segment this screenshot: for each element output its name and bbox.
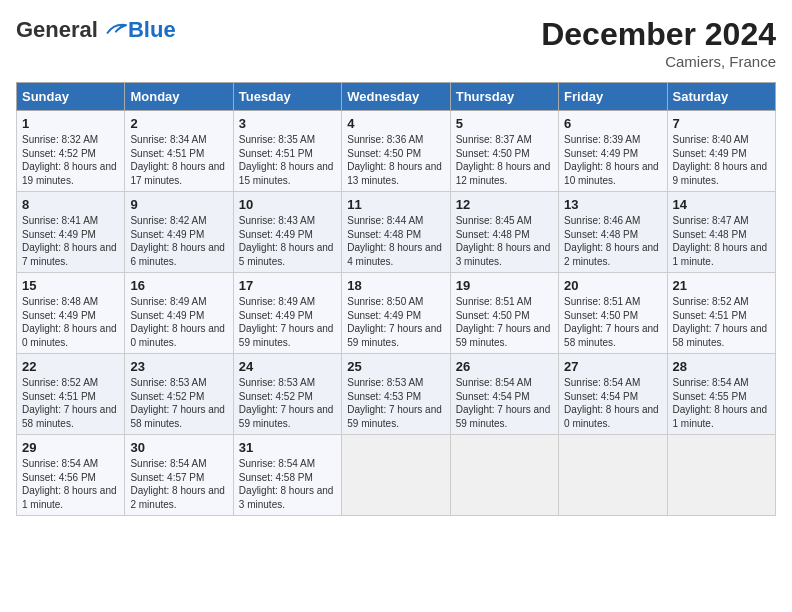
calendar-cell: 24Sunrise: 8:53 AMSunset: 4:52 PMDayligh… (233, 354, 341, 435)
cell-details: Sunrise: 8:54 AMSunset: 4:55 PMDaylight:… (673, 376, 770, 430)
calendar-cell: 16Sunrise: 8:49 AMSunset: 4:49 PMDayligh… (125, 273, 233, 354)
day-number: 5 (456, 116, 553, 131)
calendar-cell: 1Sunrise: 8:32 AMSunset: 4:52 PMDaylight… (17, 111, 125, 192)
day-number: 7 (673, 116, 770, 131)
day-number: 15 (22, 278, 119, 293)
logo-general-text: General (16, 17, 98, 43)
calendar-cell: 8Sunrise: 8:41 AMSunset: 4:49 PMDaylight… (17, 192, 125, 273)
cell-details: Sunrise: 8:45 AMSunset: 4:48 PMDaylight:… (456, 214, 553, 268)
cell-details: Sunrise: 8:35 AMSunset: 4:51 PMDaylight:… (239, 133, 336, 187)
cell-details: Sunrise: 8:40 AMSunset: 4:49 PMDaylight:… (673, 133, 770, 187)
day-number: 23 (130, 359, 227, 374)
day-number: 4 (347, 116, 444, 131)
cell-details: Sunrise: 8:42 AMSunset: 4:49 PMDaylight:… (130, 214, 227, 268)
calendar-cell (342, 435, 450, 516)
calendar-cell: 15Sunrise: 8:48 AMSunset: 4:49 PMDayligh… (17, 273, 125, 354)
day-number: 13 (564, 197, 661, 212)
calendar-cell: 28Sunrise: 8:54 AMSunset: 4:55 PMDayligh… (667, 354, 775, 435)
calendar-header-row: SundayMondayTuesdayWednesdayThursdayFrid… (17, 83, 776, 111)
location: Camiers, France (541, 53, 776, 70)
calendar-cell: 3Sunrise: 8:35 AMSunset: 4:51 PMDaylight… (233, 111, 341, 192)
cell-details: Sunrise: 8:48 AMSunset: 4:49 PMDaylight:… (22, 295, 119, 349)
cell-details: Sunrise: 8:44 AMSunset: 4:48 PMDaylight:… (347, 214, 444, 268)
calendar-cell: 25Sunrise: 8:53 AMSunset: 4:53 PMDayligh… (342, 354, 450, 435)
cell-details: Sunrise: 8:53 AMSunset: 4:52 PMDaylight:… (130, 376, 227, 430)
day-number: 28 (673, 359, 770, 374)
header-wednesday: Wednesday (342, 83, 450, 111)
day-number: 20 (564, 278, 661, 293)
logo: General Blue (16, 16, 176, 44)
calendar-cell (450, 435, 558, 516)
cell-details: Sunrise: 8:49 AMSunset: 4:49 PMDaylight:… (130, 295, 227, 349)
calendar-cell: 29Sunrise: 8:54 AMSunset: 4:56 PMDayligh… (17, 435, 125, 516)
calendar-table: SundayMondayTuesdayWednesdayThursdayFrid… (16, 82, 776, 516)
calendar-cell: 9Sunrise: 8:42 AMSunset: 4:49 PMDaylight… (125, 192, 233, 273)
calendar-cell (667, 435, 775, 516)
title-block: December 2024 Camiers, France (541, 16, 776, 70)
day-number: 1 (22, 116, 119, 131)
day-number: 2 (130, 116, 227, 131)
cell-details: Sunrise: 8:46 AMSunset: 4:48 PMDaylight:… (564, 214, 661, 268)
calendar-week-2: 8Sunrise: 8:41 AMSunset: 4:49 PMDaylight… (17, 192, 776, 273)
calendar-cell: 2Sunrise: 8:34 AMSunset: 4:51 PMDaylight… (125, 111, 233, 192)
calendar-cell: 13Sunrise: 8:46 AMSunset: 4:48 PMDayligh… (559, 192, 667, 273)
calendar-cell: 20Sunrise: 8:51 AMSunset: 4:50 PMDayligh… (559, 273, 667, 354)
calendar-week-3: 15Sunrise: 8:48 AMSunset: 4:49 PMDayligh… (17, 273, 776, 354)
cell-details: Sunrise: 8:52 AMSunset: 4:51 PMDaylight:… (22, 376, 119, 430)
cell-details: Sunrise: 8:41 AMSunset: 4:49 PMDaylight:… (22, 214, 119, 268)
day-number: 9 (130, 197, 227, 212)
day-number: 6 (564, 116, 661, 131)
calendar-cell: 23Sunrise: 8:53 AMSunset: 4:52 PMDayligh… (125, 354, 233, 435)
header-thursday: Thursday (450, 83, 558, 111)
cell-details: Sunrise: 8:32 AMSunset: 4:52 PMDaylight:… (22, 133, 119, 187)
cell-details: Sunrise: 8:54 AMSunset: 4:58 PMDaylight:… (239, 457, 336, 511)
calendar-cell: 27Sunrise: 8:54 AMSunset: 4:54 PMDayligh… (559, 354, 667, 435)
calendar-cell: 31Sunrise: 8:54 AMSunset: 4:58 PMDayligh… (233, 435, 341, 516)
day-number: 18 (347, 278, 444, 293)
header-friday: Friday (559, 83, 667, 111)
month-title: December 2024 (541, 16, 776, 53)
calendar-cell: 4Sunrise: 8:36 AMSunset: 4:50 PMDaylight… (342, 111, 450, 192)
day-number: 30 (130, 440, 227, 455)
calendar-cell: 7Sunrise: 8:40 AMSunset: 4:49 PMDaylight… (667, 111, 775, 192)
cell-details: Sunrise: 8:53 AMSunset: 4:53 PMDaylight:… (347, 376, 444, 430)
day-number: 11 (347, 197, 444, 212)
calendar-cell: 6Sunrise: 8:39 AMSunset: 4:49 PMDaylight… (559, 111, 667, 192)
day-number: 14 (673, 197, 770, 212)
calendar-cell: 12Sunrise: 8:45 AMSunset: 4:48 PMDayligh… (450, 192, 558, 273)
day-number: 27 (564, 359, 661, 374)
calendar-cell: 21Sunrise: 8:52 AMSunset: 4:51 PMDayligh… (667, 273, 775, 354)
cell-details: Sunrise: 8:50 AMSunset: 4:49 PMDaylight:… (347, 295, 444, 349)
cell-details: Sunrise: 8:52 AMSunset: 4:51 PMDaylight:… (673, 295, 770, 349)
calendar-cell: 30Sunrise: 8:54 AMSunset: 4:57 PMDayligh… (125, 435, 233, 516)
day-number: 16 (130, 278, 227, 293)
calendar-cell: 19Sunrise: 8:51 AMSunset: 4:50 PMDayligh… (450, 273, 558, 354)
cell-details: Sunrise: 8:51 AMSunset: 4:50 PMDaylight:… (456, 295, 553, 349)
day-number: 17 (239, 278, 336, 293)
calendar-week-4: 22Sunrise: 8:52 AMSunset: 4:51 PMDayligh… (17, 354, 776, 435)
calendar-week-1: 1Sunrise: 8:32 AMSunset: 4:52 PMDaylight… (17, 111, 776, 192)
calendar-week-5: 29Sunrise: 8:54 AMSunset: 4:56 PMDayligh… (17, 435, 776, 516)
day-number: 26 (456, 359, 553, 374)
day-number: 24 (239, 359, 336, 374)
day-number: 21 (673, 278, 770, 293)
day-number: 29 (22, 440, 119, 455)
day-number: 22 (22, 359, 119, 374)
cell-details: Sunrise: 8:54 AMSunset: 4:56 PMDaylight:… (22, 457, 119, 511)
day-number: 12 (456, 197, 553, 212)
cell-details: Sunrise: 8:34 AMSunset: 4:51 PMDaylight:… (130, 133, 227, 187)
header-tuesday: Tuesday (233, 83, 341, 111)
cell-details: Sunrise: 8:54 AMSunset: 4:57 PMDaylight:… (130, 457, 227, 511)
calendar-cell: 26Sunrise: 8:54 AMSunset: 4:54 PMDayligh… (450, 354, 558, 435)
day-number: 10 (239, 197, 336, 212)
cell-details: Sunrise: 8:37 AMSunset: 4:50 PMDaylight:… (456, 133, 553, 187)
day-number: 31 (239, 440, 336, 455)
calendar-cell: 22Sunrise: 8:52 AMSunset: 4:51 PMDayligh… (17, 354, 125, 435)
calendar-cell: 14Sunrise: 8:47 AMSunset: 4:48 PMDayligh… (667, 192, 775, 273)
cell-details: Sunrise: 8:49 AMSunset: 4:49 PMDaylight:… (239, 295, 336, 349)
day-number: 3 (239, 116, 336, 131)
calendar-cell: 5Sunrise: 8:37 AMSunset: 4:50 PMDaylight… (450, 111, 558, 192)
calendar-cell: 11Sunrise: 8:44 AMSunset: 4:48 PMDayligh… (342, 192, 450, 273)
cell-details: Sunrise: 8:36 AMSunset: 4:50 PMDaylight:… (347, 133, 444, 187)
cell-details: Sunrise: 8:39 AMSunset: 4:49 PMDaylight:… (564, 133, 661, 187)
